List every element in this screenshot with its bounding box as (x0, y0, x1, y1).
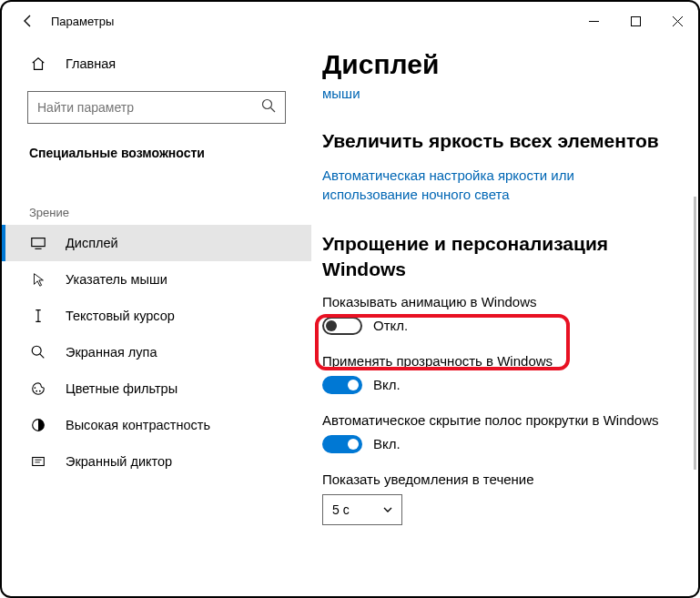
svg-point-10 (36, 390, 37, 392)
svg-line-3 (271, 108, 276, 113)
search-field[interactable] (37, 100, 261, 115)
svg-rect-1 (631, 16, 640, 25)
sidebar: Главная Специальные возможности Зрение Д… (2, 40, 311, 596)
scrollbar[interactable] (694, 197, 696, 470)
svg-rect-13 (33, 458, 45, 466)
sidebar-item-text-cursor[interactable]: Текстовый курсор (2, 298, 311, 334)
svg-point-11 (39, 390, 41, 392)
section-brightness: Увеличить яркость всех элементов (322, 128, 676, 153)
back-button[interactable] (11, 4, 46, 38)
page-title: Дисплей (322, 49, 676, 80)
setting-label-scrollbars: Автоматическое скрытие полос прокрутки в… (322, 412, 676, 428)
toggle-state: Вкл. (373, 377, 401, 392)
toggle-state: Вкл. (373, 436, 401, 451)
maximize-button[interactable] (614, 2, 656, 40)
sidebar-item-label: Дисплей (66, 236, 118, 250)
sidebar-item-label: Текстовый курсор (66, 309, 175, 323)
close-button[interactable] (656, 2, 698, 40)
toggle-animation[interactable] (322, 317, 362, 335)
sidebar-item-contrast[interactable]: Высокая контрастность (2, 407, 311, 443)
toggle-state: Откл. (373, 318, 408, 333)
cursor-icon (29, 270, 47, 289)
sidebar-item-label: Экранная лупа (66, 345, 157, 360)
magnifier-icon (29, 343, 47, 361)
window-title: Параметры (51, 15, 114, 28)
text-cursor-icon (29, 307, 47, 325)
palette-icon (29, 380, 47, 398)
sidebar-item-color-filters[interactable]: Цветные фильтры (2, 370, 311, 407)
toggle-transparency[interactable] (322, 376, 362, 394)
svg-point-9 (35, 387, 36, 389)
sidebar-item-label: Экранный диктор (66, 454, 172, 469)
sidebar-item-cursor[interactable]: Указатель мыши (2, 261, 311, 298)
group-title: Зрение (2, 178, 311, 225)
setting-label-animation: Показывать анимацию в Windows (322, 294, 676, 309)
sidebar-item-narrator[interactable]: Экранный диктор (2, 443, 311, 480)
sidebar-item-magnifier[interactable]: Экранная лупа (2, 334, 311, 370)
search-input[interactable] (27, 91, 286, 124)
minimize-button[interactable] (573, 2, 614, 40)
section-simplify: Упрощение и персонализация Windows (322, 231, 676, 281)
svg-point-7 (32, 346, 41, 355)
home-icon (29, 55, 47, 73)
svg-rect-4 (32, 238, 45, 247)
sidebar-item-display[interactable]: Дисплей (2, 225, 311, 261)
sidebar-item-label: Цветные фильтры (66, 381, 178, 396)
select-value: 5 с (332, 502, 350, 517)
chevron-down-icon (383, 502, 392, 517)
notification-duration-select[interactable]: 5 с (322, 494, 402, 525)
svg-point-2 (263, 100, 272, 109)
section-title: Специальные возможности (2, 137, 311, 178)
narrator-icon (29, 452, 47, 471)
contrast-icon (29, 416, 47, 434)
search-icon (261, 98, 276, 117)
link-brightness[interactable]: Автоматическая настройка яркости или исп… (322, 166, 668, 204)
home-button[interactable]: Главная (2, 46, 311, 82)
partial-link[interactable]: мыши (322, 86, 676, 101)
sidebar-item-label: Указатель мыши (66, 272, 167, 287)
setting-label-notifications: Показать уведомления в течение (322, 471, 676, 487)
main-panel: Дисплей мыши Увеличить яркость всех элем… (311, 40, 698, 596)
setting-label-transparency: Применять прозрачность в Windows (322, 353, 676, 369)
display-icon (29, 234, 47, 252)
sidebar-item-label: Высокая контрастность (66, 418, 210, 432)
toggle-scrollbars[interactable] (322, 435, 362, 453)
home-label: Главная (66, 56, 116, 71)
svg-line-8 (40, 354, 45, 359)
